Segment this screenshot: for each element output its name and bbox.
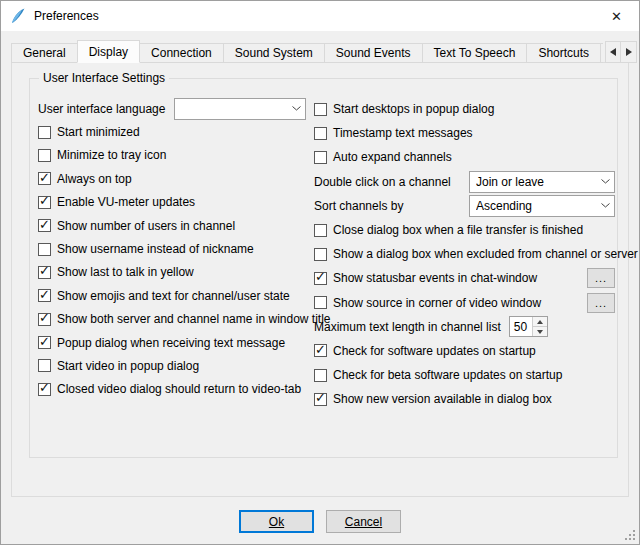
tab-sound-events[interactable]: Sound Events (325, 43, 423, 63)
tab-general[interactable]: General (11, 43, 78, 63)
tab-connection[interactable]: Connection (140, 43, 224, 63)
checkbox-video-source-corner[interactable]: Show source in corner of video window (314, 296, 541, 310)
checkbox-box (38, 336, 51, 349)
ok-button-label: Ok (269, 515, 284, 529)
max-text-length-spinner[interactable]: 50 (509, 316, 548, 337)
checkbox-box (314, 224, 327, 237)
close-button[interactable]: ✕ (594, 1, 639, 31)
checkbox-label: Auto expand channels (333, 150, 452, 164)
checkbox-statusbar-events[interactable]: Show statusbar events in chat-window (314, 271, 537, 285)
checkbox-box (38, 149, 51, 162)
checkbox-label: Show emojis and text for channel/user st… (57, 289, 290, 303)
checkbox-server-channel-in-title[interactable]: Show both server and channel name in win… (38, 308, 306, 331)
checkbox-label: Check for beta software updates on start… (333, 368, 562, 382)
checkbox-label: Start video in popup dialog (57, 359, 199, 373)
checkbox-always-on-top[interactable]: Always on top (38, 167, 306, 190)
checkbox-emojis-and-text[interactable]: Show emojis and text for channel/user st… (38, 284, 306, 307)
checkbox-box (38, 313, 51, 326)
tab-label: General (23, 46, 66, 60)
sort-channels-label: Sort channels by (314, 199, 403, 213)
checkbox-label: Close dialog box when a file transfer is… (333, 223, 583, 237)
checkbox-label: Show a dialog box when excluded from cha… (333, 247, 638, 261)
statusbar-events-more-button[interactable]: ... (587, 268, 615, 288)
left-column: User interface language Start minimized (38, 97, 306, 401)
checkbox-last-to-talk-yellow[interactable]: Show last to talk in yellow (38, 261, 306, 284)
arrow-left-icon (610, 48, 616, 56)
chevron-down-icon (596, 203, 614, 208)
sort-channels-value: Ascending (476, 199, 596, 213)
window-title: Preferences (34, 9, 99, 23)
titlebar: Preferences ✕ (1, 1, 639, 31)
tab-display[interactable]: Display (77, 40, 140, 63)
checkbox-username-instead-nickname[interactable]: Show username instead of nickname (38, 237, 306, 260)
checkbox-timestamp-messages[interactable]: Timestamp text messages (314, 121, 615, 145)
sort-channels-row: Sort channels by Ascending (314, 194, 615, 218)
checkbox-label: Always on top (57, 172, 132, 186)
checkbox-box (38, 196, 51, 209)
language-label: User interface language (38, 102, 165, 116)
checkbox-dialog-when-excluded[interactable]: Show a dialog box when excluded from cha… (314, 242, 615, 266)
tab-label: Display (89, 45, 128, 59)
checkbox-new-version-dialog[interactable]: Show new version available in dialog box (314, 387, 615, 411)
checkbox-check-updates-startup[interactable]: Check for software updates on startup (314, 339, 615, 363)
checkbox-show-user-count[interactable]: Show number of users in channel (38, 214, 306, 237)
sort-channels-combobox[interactable]: Ascending (469, 195, 615, 217)
tab-sound-system[interactable]: Sound System (224, 43, 325, 63)
cancel-button[interactable]: Cancel (326, 510, 401, 533)
video-source-more-button[interactable]: ... (587, 293, 615, 313)
arrow-down-icon (537, 330, 543, 334)
checkbox-label: Timestamp text messages (333, 126, 473, 140)
checkbox-vu-meter-updates[interactable]: Enable VU-meter updates (38, 191, 306, 214)
tab-text-to-speech[interactable]: Text To Speech (423, 43, 528, 63)
max-text-length-row: Maximum text length in channel list 50 (314, 315, 615, 339)
tab-scroll-buttons (605, 41, 637, 63)
spin-up-button[interactable] (533, 317, 547, 327)
checkbox-box (38, 219, 51, 232)
chevron-down-icon (287, 106, 305, 111)
checkbox-popup-on-text-message[interactable]: Popup dialog when receiving text message (38, 331, 306, 354)
tab-label: Connection (151, 46, 212, 60)
checkbox-box (314, 151, 327, 164)
checkbox-label: Show number of users in channel (57, 219, 235, 233)
double-click-combobox[interactable]: Join or leave (469, 171, 615, 193)
checkbox-label: Show username instead of nickname (57, 242, 254, 256)
preferences-window: Preferences ✕ General Display Connection… (0, 0, 640, 545)
tab-scroll-left-button[interactable] (605, 41, 621, 63)
checkbox-box (38, 243, 51, 256)
checkbox-minimize-to-tray[interactable]: Minimize to tray icon (38, 144, 306, 167)
more-button-label: ... (595, 297, 607, 309)
ok-button[interactable]: Ok (239, 510, 314, 533)
group-title: User Interface Settings (39, 71, 169, 85)
checkbox-close-on-file-transfer[interactable]: Close dialog box when a file transfer is… (314, 218, 615, 242)
tab-scroll-right-button[interactable] (621, 41, 637, 63)
checkbox-check-beta-updates[interactable]: Check for beta software updates on start… (314, 363, 615, 387)
language-combobox[interactable] (174, 98, 306, 120)
checkbox-desktops-popup-dialog[interactable]: Start desktops in popup dialog (314, 97, 615, 121)
resize-grip[interactable] (624, 529, 637, 542)
checkbox-label: Start desktops in popup dialog (333, 102, 494, 116)
checkbox-video-popup-dialog[interactable]: Start video in popup dialog (38, 354, 306, 377)
double-click-row: Double click on a channel Join or leave (314, 170, 615, 194)
arrow-right-icon (626, 48, 632, 56)
tab-bar: General Display Connection Sound System … (11, 40, 603, 63)
checkbox-label: Start minimized (57, 125, 140, 139)
checkbox-label: Closed video dialog should return to vid… (57, 382, 301, 396)
checkbox-start-minimized[interactable]: Start minimized (38, 120, 306, 143)
tab-video[interactable]: Video (601, 43, 603, 63)
checkbox-label: Show statusbar events in chat-window (333, 271, 537, 285)
dialog-buttons: Ok Cancel (1, 510, 639, 533)
spin-down-button[interactable] (533, 327, 547, 336)
checkbox-closed-video-return-tab[interactable]: Closed video dialog should return to vid… (38, 378, 306, 401)
video-source-row: Show source in corner of video window ..… (314, 291, 615, 315)
checkbox-box (314, 296, 327, 309)
tab-shortcuts[interactable]: Shortcuts (527, 43, 601, 63)
double-click-value: Join or leave (476, 175, 596, 189)
checkbox-box (314, 127, 327, 140)
checkbox-box (314, 369, 327, 382)
language-row: User interface language (38, 97, 306, 120)
checkbox-auto-expand-channels[interactable]: Auto expand channels (314, 145, 615, 169)
statusbar-events-row: Show statusbar events in chat-window ... (314, 266, 615, 290)
checkbox-label: Popup dialog when receiving text message (57, 336, 285, 350)
checkbox-label: Show both server and channel name in win… (57, 312, 331, 326)
checkbox-box (38, 172, 51, 185)
